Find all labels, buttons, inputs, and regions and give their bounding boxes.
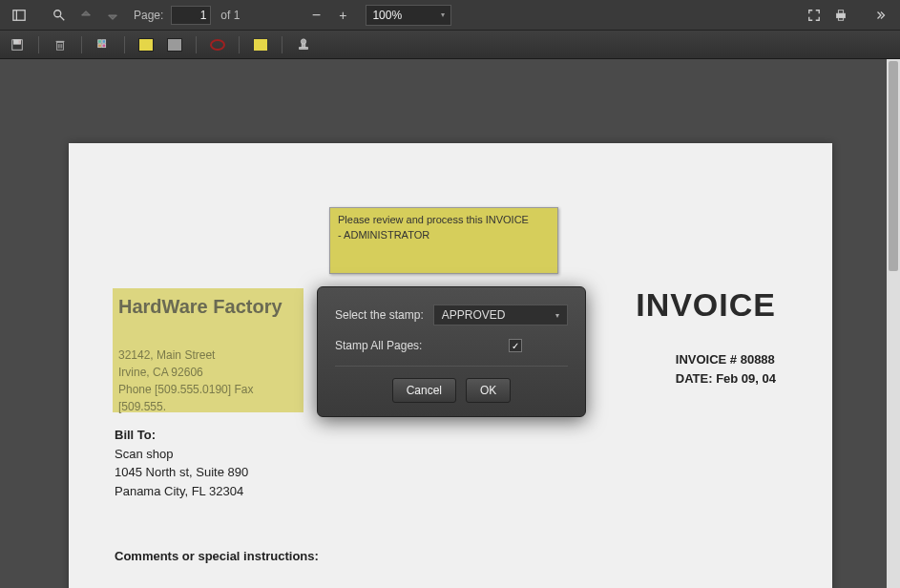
page-label: Page: [134, 9, 163, 22]
bill-to-block: Bill To: Scan shop 1045 North st, Suite … [115, 426, 248, 500]
company-addr1: 32142, Main Street [118, 346, 298, 364]
company-highlight[interactable]: HardWare Factory 32142, Main Street Irvi… [113, 288, 303, 412]
bill-to-addr2: Panama City, FL 32304 [115, 482, 248, 501]
grid-tool-icon[interactable] [94, 35, 113, 54]
oval-tool-icon[interactable] [208, 35, 227, 54]
cancel-button[interactable]: Cancel [392, 378, 456, 403]
svg-rect-9 [19, 40, 21, 43]
highlight-yellow-tool[interactable] [136, 35, 156, 54]
search-icon[interactable] [48, 4, 71, 27]
company-name: HardWare Factory [118, 296, 298, 318]
vertical-scrollbar[interactable] [887, 59, 900, 588]
main-toolbar: Page: of 1 − + 100% ▾ [0, 0, 900, 31]
invoice-heading: INVOICE [636, 286, 776, 324]
bill-to-name: Scan shop [115, 445, 248, 464]
invoice-number: INVOICE # 80888 [676, 350, 776, 369]
bill-to-addr1: 1045 North st, Suite 890 [115, 463, 248, 482]
stamp-select[interactable]: APPROVED ▾ [433, 304, 568, 326]
svg-rect-15 [98, 39, 102, 43]
scrollbar-thumb[interactable] [889, 61, 898, 271]
svg-rect-0 [13, 10, 25, 20]
stamp-dialog: Select the stamp: APPROVED ▾ Stamp All P… [317, 286, 586, 417]
next-page-icon[interactable] [101, 4, 124, 27]
svg-rect-16 [102, 39, 106, 43]
svg-point-2 [54, 10, 61, 16]
annotation-toolbar [0, 31, 900, 59]
svg-rect-17 [98, 44, 102, 48]
svg-point-21 [301, 38, 305, 43]
stamp-tool-icon[interactable] [294, 35, 313, 54]
svg-rect-18 [102, 44, 106, 48]
zoom-out-icon[interactable]: − [304, 4, 327, 27]
page-number-input[interactable] [171, 6, 211, 25]
company-phone-fax: Phone [509.555.0190] Fax [509.555. [118, 381, 298, 415]
sticky-note[interactable]: Please review and process this INVOICE -… [329, 207, 558, 274]
fullscreen-icon[interactable] [803, 4, 826, 27]
note-tool-icon[interactable] [251, 35, 270, 54]
dropdown-icon: ▾ [441, 10, 445, 19]
stamp-select-value: APPROVED [442, 308, 506, 322]
dialog-separator [335, 366, 568, 367]
ok-button[interactable]: OK [466, 378, 511, 403]
print-icon[interactable] [829, 4, 852, 27]
zoom-in-icon[interactable]: + [331, 4, 354, 27]
stamp-all-pages-checkbox[interactable] [509, 339, 522, 352]
prev-page-icon[interactable] [74, 4, 97, 27]
sidebar-toggle-icon[interactable] [8, 4, 31, 27]
svg-line-3 [60, 15, 64, 19]
dropdown-icon: ▾ [555, 311, 559, 320]
company-addr2: Irvine, CA 92606 [118, 364, 298, 381]
delete-icon[interactable] [51, 35, 70, 54]
dialog-select-label: Select the stamp: [335, 308, 424, 322]
invoice-meta: INVOICE # 80888 DATE: Feb 09, 04 [676, 350, 776, 388]
dialog-checkbox-label: Stamp All Pages: [335, 339, 422, 352]
sticky-note-line2: - ADMINISTRATOR [338, 229, 550, 241]
invoice-date: DATE: Feb 09, 04 [676, 369, 776, 388]
document-viewport: Please review and process this INVOICE -… [0, 59, 900, 588]
bill-to-label: Bill To: [115, 426, 248, 445]
more-tools-icon[interactable] [869, 4, 892, 27]
save-icon[interactable] [8, 35, 27, 54]
comments-label: Comments or special instructions: [115, 549, 319, 563]
zoom-select[interactable]: 100% ▾ [366, 5, 451, 26]
sticky-note-line1: Please review and process this INVOICE [338, 214, 550, 225]
page-total: of 1 [220, 9, 240, 22]
zoom-value: 100% [372, 9, 402, 22]
svg-rect-5 [838, 10, 843, 13]
highlight-grey-tool[interactable] [165, 35, 184, 54]
